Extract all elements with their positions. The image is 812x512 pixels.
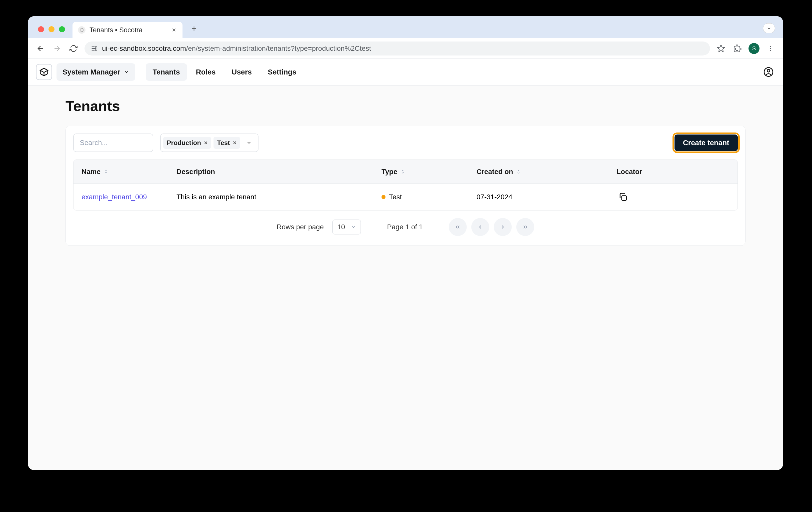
page-title: Tenants bbox=[65, 97, 746, 114]
url-text: ui-ec-sandbox.socotra.com/en/system-admi… bbox=[102, 45, 371, 53]
last-page-button[interactable] bbox=[516, 218, 534, 236]
address-toolbar: ui-ec-sandbox.socotra.com/en/system-admi… bbox=[28, 38, 783, 59]
cell-locator bbox=[616, 191, 729, 203]
chevron-down-icon bbox=[124, 69, 129, 75]
tenants-toolbar: Production × Test × Create tenant bbox=[73, 134, 738, 152]
type-status-dot bbox=[381, 195, 385, 199]
cell-description: This is an example tenant bbox=[176, 193, 381, 201]
svg-point-4 bbox=[770, 50, 771, 51]
browser-profile-button[interactable]: S bbox=[749, 43, 759, 54]
svg-point-3 bbox=[770, 48, 771, 49]
col-description: Description bbox=[176, 168, 381, 176]
svg-point-6 bbox=[767, 69, 770, 72]
page-info: Page 1 of 1 bbox=[387, 223, 423, 231]
remove-filter-icon[interactable]: × bbox=[204, 139, 207, 146]
col-type[interactable]: Type bbox=[381, 168, 476, 176]
nav-tab-roles[interactable]: Roles bbox=[189, 63, 223, 81]
tenant-link[interactable]: example_tenant_009 bbox=[82, 193, 147, 201]
tabs-overflow-button[interactable] bbox=[763, 23, 775, 33]
first-page-button[interactable] bbox=[449, 218, 467, 236]
site-settings-icon[interactable] bbox=[90, 45, 97, 52]
browser-menu-button[interactable] bbox=[765, 43, 776, 54]
rows-per-page-label: Rows per page bbox=[277, 223, 324, 231]
main-nav: Tenants Roles Users Settings bbox=[146, 63, 303, 81]
sort-icon bbox=[400, 169, 405, 174]
svg-point-2 bbox=[770, 46, 771, 47]
sort-icon bbox=[104, 169, 109, 174]
svg-point-0 bbox=[95, 46, 96, 47]
tab-title: Tenants • Socotra bbox=[89, 26, 166, 34]
remove-filter-icon[interactable]: × bbox=[233, 139, 236, 146]
search-input[interactable] bbox=[73, 134, 153, 152]
cell-name: example_tenant_009 bbox=[82, 193, 176, 201]
browser-window: Tenants • Socotra × + ui-ec-sandbox.soco… bbox=[28, 16, 783, 470]
col-created[interactable]: Created on bbox=[476, 168, 616, 176]
cell-type: Test bbox=[381, 193, 476, 201]
browser-tab[interactable]: Tenants • Socotra × bbox=[72, 22, 182, 38]
user-profile-button[interactable] bbox=[762, 65, 775, 79]
col-locator: Locator bbox=[616, 168, 729, 176]
tab-favicon bbox=[78, 26, 86, 34]
copy-locator-button[interactable] bbox=[616, 191, 630, 203]
nav-tab-users[interactable]: Users bbox=[225, 63, 259, 81]
pagination: Rows per page 10 Page 1 of 1 bbox=[73, 210, 738, 238]
close-tab-button[interactable]: × bbox=[170, 25, 178, 35]
context-switcher-label: System Manager bbox=[62, 68, 120, 76]
forward-button[interactable] bbox=[52, 43, 62, 54]
maximize-window-button[interactable] bbox=[59, 26, 65, 32]
bookmark-button[interactable] bbox=[716, 43, 726, 54]
svg-point-1 bbox=[95, 50, 96, 51]
next-page-button[interactable] bbox=[494, 218, 512, 236]
window-controls bbox=[38, 26, 65, 32]
page-body: Tenants Production × Test × bbox=[28, 85, 783, 470]
chevron-down-icon bbox=[351, 225, 356, 229]
extensions-button[interactable] bbox=[732, 43, 743, 54]
tab-strip: Tenants • Socotra × + bbox=[28, 16, 783, 38]
nav-tab-settings[interactable]: Settings bbox=[261, 63, 303, 81]
minimize-window-button[interactable] bbox=[49, 26, 55, 32]
close-window-button[interactable] bbox=[38, 26, 44, 32]
filter-dropdown-toggle[interactable] bbox=[244, 138, 254, 148]
filter-chip-production[interactable]: Production × bbox=[163, 137, 211, 149]
table-header: Name Description Type bbox=[74, 160, 737, 184]
sort-icon bbox=[516, 169, 521, 174]
url-bar[interactable]: ui-ec-sandbox.socotra.com/en/system-admi… bbox=[85, 41, 710, 56]
table-row: example_tenant_009 This is an example te… bbox=[74, 184, 737, 210]
filter-chip-test[interactable]: Test × bbox=[213, 137, 240, 149]
tenants-panel: Production × Test × Create tenant bbox=[65, 126, 746, 246]
create-tenant-button[interactable]: Create tenant bbox=[674, 135, 738, 151]
context-switcher[interactable]: System Manager bbox=[57, 63, 135, 81]
new-tab-button[interactable]: + bbox=[188, 23, 200, 34]
app-header: System Manager Tenants Roles Users Setti… bbox=[28, 59, 783, 85]
reload-button[interactable] bbox=[68, 43, 79, 54]
tenants-table: Name Description Type bbox=[73, 160, 738, 210]
pager-buttons bbox=[449, 218, 534, 236]
cell-created: 07-31-2024 bbox=[476, 193, 616, 201]
col-name[interactable]: Name bbox=[82, 168, 176, 176]
prev-page-button[interactable] bbox=[471, 218, 489, 236]
rows-per-page-select[interactable]: 10 bbox=[332, 220, 361, 234]
back-button[interactable] bbox=[35, 43, 46, 54]
app-logo[interactable] bbox=[36, 64, 52, 80]
filter-group[interactable]: Production × Test × bbox=[160, 134, 259, 152]
svg-rect-7 bbox=[622, 196, 626, 200]
nav-tab-tenants[interactable]: Tenants bbox=[146, 63, 187, 81]
